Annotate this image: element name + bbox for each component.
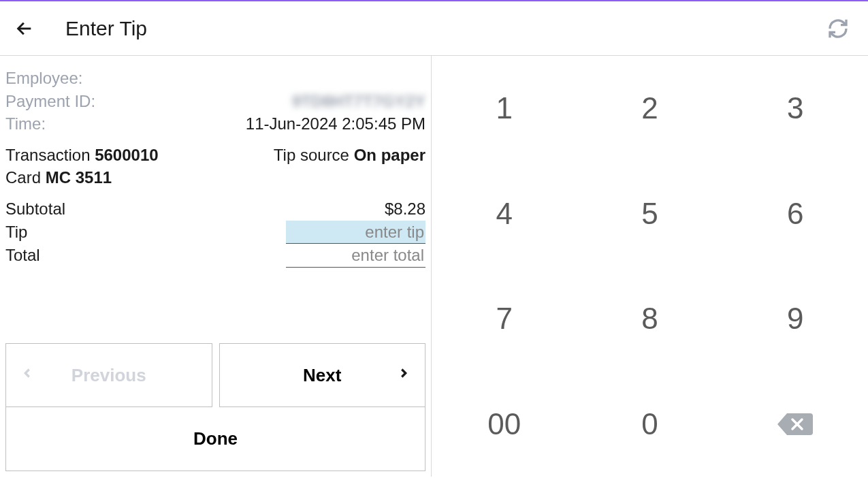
keypad-backspace[interactable] xyxy=(722,372,868,477)
time-label: Time: xyxy=(5,112,46,136)
keypad-3[interactable]: 3 xyxy=(722,56,868,161)
keypad-00[interactable]: 00 xyxy=(432,372,577,477)
keypad-8[interactable]: 8 xyxy=(577,266,723,372)
previous-button[interactable]: Previous xyxy=(5,343,212,407)
payment-id-label: Payment ID: xyxy=(5,90,95,113)
subtotal-label: Subtotal xyxy=(5,197,65,221)
tip-placeholder: enter tip xyxy=(365,223,424,241)
transaction-label: Transaction xyxy=(5,146,91,164)
keypad-2[interactable]: 2 xyxy=(577,56,723,161)
tip-label: Tip xyxy=(5,221,27,244)
details-panel: Employee: Payment ID: 9TD8HT7T7GY2Y Time… xyxy=(0,56,432,477)
time-row: Time: 11-Jun-2024 2:05:45 PM xyxy=(5,112,425,136)
done-label: Done xyxy=(193,428,238,449)
keypad-6[interactable]: 6 xyxy=(722,161,868,267)
content-area: Employee: Payment ID: 9TD8HT7T7GY2Y Time… xyxy=(0,56,868,477)
transaction-label-group: Transaction 5600010 xyxy=(5,144,159,167)
next-label: Next xyxy=(303,365,341,386)
keypad-9[interactable]: 9 xyxy=(722,266,868,372)
page-title: Enter Tip xyxy=(65,17,147,40)
keypad-1[interactable]: 1 xyxy=(432,56,577,161)
total-label: Total xyxy=(5,244,40,267)
back-button[interactable] xyxy=(11,15,38,42)
previous-label: Previous xyxy=(71,365,146,386)
done-button[interactable]: Done xyxy=(5,407,425,471)
keypad-7[interactable]: 7 xyxy=(432,266,577,372)
tip-source-value: On paper xyxy=(354,146,425,164)
header-bar: Enter Tip xyxy=(0,1,868,56)
card-label: Card xyxy=(5,168,41,187)
tip-input[interactable]: enter tip xyxy=(286,221,425,244)
time-value: 11-Jun-2024 2:05:45 PM xyxy=(246,112,425,136)
tip-source-group: Tip source On paper xyxy=(274,144,425,167)
nav-button-group: Previous Next Done xyxy=(5,343,425,471)
keypad-4[interactable]: 4 xyxy=(432,161,577,267)
total-placeholder: enter total xyxy=(351,246,424,264)
next-button[interactable]: Next xyxy=(219,343,426,407)
chevron-right-icon xyxy=(396,364,411,387)
backspace-icon xyxy=(777,412,813,436)
tip-source-label: Tip source xyxy=(274,146,349,164)
total-input[interactable]: enter total xyxy=(286,244,425,268)
refresh-button[interactable] xyxy=(824,15,852,42)
transaction-row: Transaction 5600010 Tip source On paper xyxy=(5,144,425,167)
details-section: Employee: Payment ID: 9TD8HT7T7GY2Y Time… xyxy=(5,67,425,343)
total-row: Total enter total xyxy=(5,244,425,268)
refresh-icon xyxy=(827,18,849,39)
back-arrow-icon xyxy=(15,19,34,38)
numeric-keypad: 1 2 3 4 5 6 7 8 9 00 0 xyxy=(432,56,868,477)
subtotal-value: $8.28 xyxy=(385,197,425,221)
subtotal-row: Subtotal $8.28 xyxy=(5,197,425,221)
tip-row: Tip enter tip xyxy=(5,221,425,244)
keypad-5[interactable]: 5 xyxy=(577,161,723,267)
employee-label: Employee: xyxy=(5,67,82,90)
card-value: MC 3511 xyxy=(46,168,112,187)
card-row: Card MC 3511 xyxy=(5,166,425,189)
payment-id-row: Payment ID: 9TD8HT7T7GY2Y xyxy=(5,90,425,113)
employee-row: Employee: xyxy=(5,67,425,90)
transaction-value: 5600010 xyxy=(95,146,158,164)
chevron-left-icon xyxy=(20,364,35,387)
keypad-0[interactable]: 0 xyxy=(577,372,723,477)
payment-id-value: 9TD8HT7T7GY2Y xyxy=(292,90,425,113)
